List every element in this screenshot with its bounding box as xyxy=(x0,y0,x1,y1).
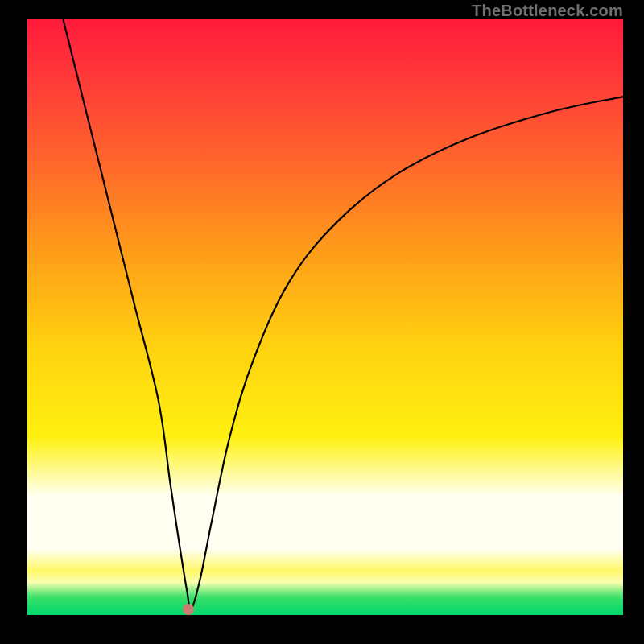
optimal-point-marker xyxy=(183,604,194,615)
chart-frame: TheBottleneck.com xyxy=(0,0,644,644)
watermark-text: TheBottleneck.com xyxy=(472,2,623,20)
plot-area xyxy=(27,19,623,615)
bottleneck-curve xyxy=(27,19,623,615)
